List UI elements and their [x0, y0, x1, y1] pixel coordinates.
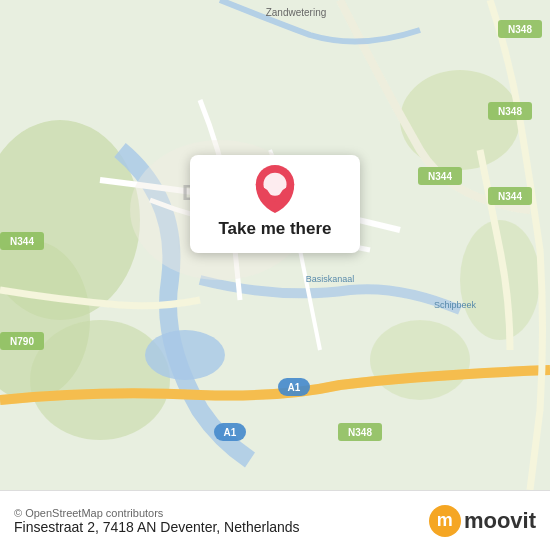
location-pin-icon: [255, 165, 295, 213]
svg-text:A1: A1: [224, 427, 237, 438]
svg-text:N348: N348: [508, 24, 532, 35]
bottom-bar: © OpenStreetMap contributors Finsestraat…: [0, 490, 550, 550]
svg-text:N348: N348: [348, 427, 372, 438]
svg-text:A1: A1: [288, 382, 301, 393]
map-container: N348 N348 N344 N344 N344 N790 A1 A1 N348…: [0, 0, 550, 490]
tooltip-label: Take me there: [218, 219, 331, 238]
svg-text:N344: N344: [498, 191, 522, 202]
take-me-there-button[interactable]: Take me there: [190, 155, 360, 253]
svg-text:Schipbeek: Schipbeek: [434, 300, 477, 310]
svg-text:N344: N344: [428, 171, 452, 182]
moovit-logo-text: moovit: [464, 508, 536, 534]
address-text: Finsestraat 2, 7418 AN Deventer, Netherl…: [14, 519, 421, 535]
copyright-text: © OpenStreetMap contributors: [14, 507, 421, 519]
svg-point-6: [370, 320, 470, 400]
svg-text:N790: N790: [10, 336, 34, 347]
svg-text:N344: N344: [10, 236, 34, 247]
svg-text:Zandwetering: Zandwetering: [266, 7, 327, 18]
svg-point-7: [145, 330, 225, 380]
moovit-m-icon: m: [429, 505, 461, 537]
moovit-logo: m moovit: [429, 505, 536, 537]
svg-point-3: [30, 320, 170, 440]
svg-text:N348: N348: [498, 106, 522, 117]
svg-text:Basiskanaal: Basiskanaal: [306, 274, 355, 284]
